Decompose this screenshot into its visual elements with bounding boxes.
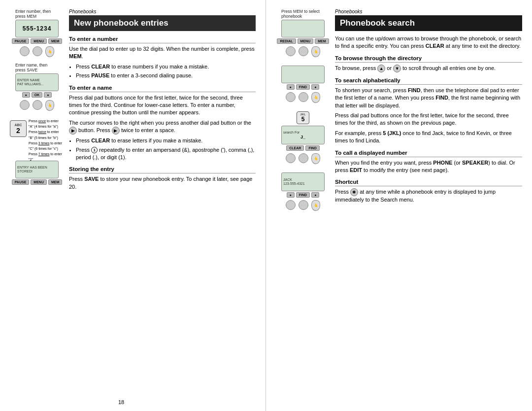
round-btn-rm2[interactable]: [299, 92, 308, 102]
para-enter-number: Use the dial pad to enter up to 32 digit…: [69, 45, 256, 61]
bullet-1-key: Press 1 repeatedly to enter an ampersand…: [76, 146, 256, 162]
display-find: [281, 66, 325, 83]
star-icon: ✱: [350, 188, 358, 196]
para-shortcut: Press ✱ at any time while a phonebook en…: [335, 188, 522, 204]
round-btns-r3: 👆: [286, 153, 320, 164]
round-btn-rm4[interactable]: [299, 200, 308, 210]
diagram-enter-name: Enter name, then press SAVE ENTER NAME P…: [15, 63, 59, 112]
btn-dot-r2r[interactable]: ●: [311, 84, 319, 90]
page-num-left: 18: [118, 399, 124, 405]
round-btn-l2[interactable]: [20, 100, 30, 110]
display-stored: ENTRY HAS BEEN STORED!: [15, 161, 59, 178]
round-btn-rl2[interactable]: [286, 92, 296, 102]
round-btn-l1[interactable]: [20, 46, 30, 56]
bullet-pause: Press PAUSE to enter a 3-second dialing …: [76, 72, 256, 79]
arrow-down-icon: ▼: [393, 65, 401, 72]
key-5-row: JKL 5: [297, 111, 309, 124]
bullet-clear-2: Press CLEAR to erase letters if you make…: [76, 137, 256, 144]
para-enter-name: Press dial pad buttons once for the firs…: [69, 94, 256, 117]
heading-storing: Storing the entry: [69, 166, 256, 173]
btn-pause-3[interactable]: PAUSE: [12, 179, 30, 185]
display-number-text: 555-1234: [23, 25, 52, 32]
round-btn-rm1[interactable]: [299, 46, 308, 56]
para-search-alpha-2: Press dial pad buttons once for the firs…: [335, 112, 522, 127]
left-page: Enter number, then press MEM 555-1234 PA…: [0, 0, 266, 411]
key-5-box: JKL 5: [297, 111, 309, 124]
left-diagram-col: Enter number, then press MEM 555-1234 PA…: [10, 9, 64, 402]
diagram-enter-number: Enter number, then press MEM 555-1234 PA…: [15, 9, 59, 59]
arrow-right-icon: ▶: [69, 127, 77, 135]
key-label-b: Press twice to enter "B" (5 times for "b…: [29, 129, 64, 140]
finger-btn-r2: 👆: [311, 92, 320, 103]
right-page: Press MEM to select phonebook REDIAL MEN…: [266, 0, 532, 411]
finger-btn-r1: 👆: [311, 46, 320, 57]
display-number: 555-1234: [15, 20, 59, 37]
btn-find-r2[interactable]: FIND: [296, 84, 310, 90]
key-num: 2: [16, 127, 20, 135]
btn-menu-r[interactable]: MENU: [298, 38, 314, 44]
btn-find-r4[interactable]: FIND: [296, 192, 310, 198]
round-btn-rl3[interactable]: [286, 153, 296, 163]
round-btn-m1[interactable]: [33, 46, 42, 56]
btn-dot-r[interactable]: ●: [44, 92, 52, 98]
btn-clear-r3[interactable]: CLEAR: [286, 145, 304, 151]
btn-find-r3[interactable]: FIND: [305, 145, 319, 151]
btn-redial[interactable]: REDIAL: [277, 38, 296, 44]
round-btns-2: 👆: [20, 100, 54, 111]
round-btn-rl4[interactable]: [286, 200, 296, 210]
jack-name: JACK: [283, 178, 323, 182]
key-abc: ABC: [14, 123, 22, 127]
btn-row-r2: ● FIND ●: [287, 84, 320, 90]
caption-enter-number: Enter number, then press MEM: [15, 9, 59, 19]
btn-mem[interactable]: MEM: [48, 38, 62, 44]
display-jack: JACK 123-555-4321: [281, 172, 325, 191]
display-name-line2: PAT WILLIAMS...: [17, 82, 57, 86]
jack-number: 123-555-4321: [283, 182, 323, 186]
key-label-c: Press 3 times to enter "C" (6 times for …: [29, 140, 64, 151]
btn-row-r4: ● FIND ●: [287, 192, 320, 198]
display-phonebook: [281, 20, 325, 37]
right-diagram-col: Press MEM to select phonebook REDIAL MEN…: [276, 9, 330, 402]
search-for-label: search For: [283, 131, 323, 135]
round-btns-1: 👆: [20, 46, 54, 57]
heading-shortcut: Shortcut: [335, 179, 522, 186]
display-stored-line1: ENTRY HAS BEEN: [17, 166, 57, 170]
finger-btn-1: 👆: [45, 46, 54, 57]
para-cursor: The cursor moves to the right when you p…: [69, 119, 256, 135]
right-category: Phonebooks: [335, 9, 522, 14]
btn-dot-l[interactable]: ●: [22, 92, 30, 98]
display-stored-line2: STORED!: [17, 170, 57, 173]
btn-dot-r4l[interactable]: ●: [287, 192, 295, 198]
btn-pause[interactable]: PAUSE: [12, 38, 30, 44]
btn-row-1: PAUSE MENU MEM: [12, 38, 63, 44]
btn-row-2: ● OK ●: [22, 92, 52, 98]
btn-row-3: PAUSE MENU MEM: [12, 179, 63, 185]
round-btn-m2[interactable]: [33, 100, 42, 110]
btn-menu[interactable]: MENU: [31, 38, 47, 44]
heading-enter-number: To enter a number: [69, 36, 256, 43]
btn-dot-r4r[interactable]: ●: [311, 192, 319, 198]
key-box-abc2: ABC 2: [10, 120, 27, 137]
diagram-find: ● FIND ● 👆: [281, 66, 325, 104]
arrow-up-icon: ▲: [377, 65, 385, 72]
btn-menu-3[interactable]: MENU: [31, 179, 47, 185]
btn-mem-3[interactable]: MEM: [48, 179, 62, 185]
arrow-right-icon-2: ▶: [112, 127, 120, 135]
caption-enter-name: Enter name, then press SAVE: [15, 63, 59, 72]
btn-mem-r[interactable]: MEM: [315, 38, 329, 44]
heading-enter-name: To enter a name: [69, 85, 256, 92]
key-label-a: Press once to enter "A" (4 times for "a"…: [29, 118, 64, 129]
round-btn-rl1[interactable]: [286, 46, 296, 56]
btn-dot-r2l[interactable]: ●: [287, 84, 295, 90]
right-title: Phonebook search: [335, 15, 522, 31]
bullet-clear: Press CLEAR to erase numbers if you make…: [76, 63, 256, 70]
btn-ok[interactable]: OK: [32, 92, 43, 98]
round-btns-r2: 👆: [286, 92, 320, 103]
para-storing: Press SAVE to store your new phonebook e…: [69, 175, 256, 191]
round-btns-r1: 👆: [286, 46, 320, 57]
callout-lines: Press once to enter "A" (4 times for "a"…: [29, 118, 64, 163]
left-category: Phonebooks: [69, 9, 256, 14]
round-btns-r4: 👆: [286, 200, 320, 211]
round-btn-rm3[interactable]: [299, 153, 308, 163]
btn-row-r1: REDIAL MENU MEM: [277, 38, 329, 44]
